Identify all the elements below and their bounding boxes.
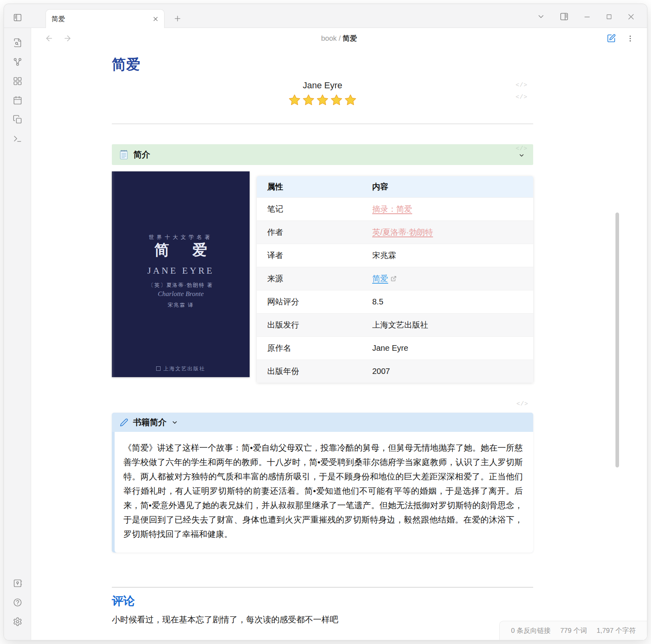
row-key: 出版发行 xyxy=(257,314,362,337)
row-value: 8.5 xyxy=(362,290,533,314)
terminal-icon[interactable] xyxy=(13,134,22,143)
table-row: 出版发行上海文艺出版社 xyxy=(257,314,533,337)
row-value: 英/夏洛蒂·勃朗特 xyxy=(362,221,533,244)
view-header: book / 简爱 xyxy=(31,28,647,49)
code-block-edit-icon[interactable]: </> xyxy=(516,82,528,89)
help-icon[interactable] xyxy=(13,598,22,607)
char-count: 1,797 个字符 xyxy=(597,626,636,635)
star-icon xyxy=(288,94,301,106)
callout-header[interactable]: 书籍简介 xyxy=(112,413,533,432)
table-row: 出版年份2007 xyxy=(257,360,533,383)
row-key: 原作名 xyxy=(257,337,362,360)
backlinks-count[interactable]: 0 条反向链接 xyxy=(511,626,550,635)
table-row: 网站评分8.5 xyxy=(257,290,533,314)
breadcrumb-folder[interactable]: book xyxy=(321,34,337,42)
canvas-grid-icon[interactable] xyxy=(13,76,22,86)
comments-heading: 评论 xyxy=(112,593,533,609)
row-value: 宋兆霖 xyxy=(362,244,533,267)
internal-link[interactable]: 摘录：简爱 xyxy=(372,205,412,213)
cover-title-cn: 简爱 xyxy=(112,240,250,260)
star-icon xyxy=(316,94,329,106)
code-block-edit-icon[interactable]: </> xyxy=(516,401,528,407)
rating-stars: </> xyxy=(112,92,533,107)
status-bar: 0 条反向链接 779 个词 1,797 个字符 xyxy=(499,621,647,640)
row-key: 笔记 xyxy=(257,198,362,221)
edit-mode-icon[interactable] xyxy=(607,34,616,43)
subtitle-row: Jane Eyre </> xyxy=(112,80,533,91)
cover-author-cn: 〔英〕夏洛蒂·勃朗特 著 xyxy=(112,282,250,289)
divider xyxy=(112,587,533,588)
templates-copy-icon[interactable] xyxy=(13,115,22,124)
collapse-chevron-icon[interactable] xyxy=(518,152,525,159)
table-row: 来源简爱 xyxy=(257,267,533,290)
window-controls xyxy=(537,12,635,21)
intro-section: 世界十大文学名著 简爱 JANE EYRE 〔英〕夏洛蒂·勃朗特 著 Charl… xyxy=(112,171,533,383)
row-key: 译者 xyxy=(257,244,362,267)
maximize-icon[interactable] xyxy=(605,13,613,20)
pencil-icon xyxy=(120,418,128,427)
star-icon xyxy=(302,94,315,106)
app-window: 简爱 xyxy=(4,4,647,640)
row-key: 网站评分 xyxy=(257,290,362,314)
divider xyxy=(112,123,533,124)
breadcrumb-separator: / xyxy=(339,34,341,42)
row-value: 摘录：简爱 xyxy=(362,198,533,221)
code-block-edit-icon[interactable]: </> xyxy=(516,94,528,101)
section-intro-label: 简介 xyxy=(133,149,150,160)
table-row: 译者宋兆霖 xyxy=(257,244,533,267)
section-header-intro[interactable]: 简介 </> xyxy=(112,144,533,165)
book-cover-image[interactable]: 世界十大文学名著 简爱 JANE EYRE 〔英〕夏洛蒂·勃朗特 著 Charl… xyxy=(112,171,250,377)
subtitle-text: Jane Eyre xyxy=(303,80,342,90)
callout-collapse-chevron-icon[interactable] xyxy=(171,419,178,426)
table-row: 原作名Jane Eyre xyxy=(257,337,533,360)
table-row: 笔记摘录：简爱 xyxy=(257,198,533,221)
book-summary-text: 《简爱》讲述了这样一个故事：简•爱自幼父母双亡，投靠冷酷的舅母，但舅母无情地抛弃… xyxy=(123,441,523,541)
code-block-edit-icon[interactable]: </> xyxy=(516,145,528,152)
internal-link[interactable]: 英/夏洛蒂·勃朗特 xyxy=(372,228,433,237)
breadcrumb-current[interactable]: 简爱 xyxy=(343,34,357,42)
book-infobox-table: 属性 内容 笔记摘录：简爱作者英/夏洛蒂·勃朗特译者宋兆霖来源简爱网站评分8.5… xyxy=(257,176,533,383)
external-link[interactable]: 简爱 xyxy=(372,274,388,283)
tab-list-chevron-icon[interactable] xyxy=(537,12,545,21)
infobox-body: 笔记摘录：简爱作者英/夏洛蒂·勃朗特译者宋兆霖来源简爱网站评分8.5出版发行上海… xyxy=(257,198,533,383)
infobox-header-value: 内容 xyxy=(362,176,533,198)
tab-bar: 简爱 xyxy=(4,4,647,28)
comment-text: 小时候看过，现在基本忘了剧情了，每次读的感受都不一样吧 xyxy=(112,614,533,625)
more-options-icon[interactable] xyxy=(626,34,634,42)
word-count: 779 个词 xyxy=(560,626,587,635)
row-value: 上海文艺出版社 xyxy=(362,314,533,337)
tab-jane-eyre[interactable]: 简爱 xyxy=(46,9,165,28)
minimize-icon[interactable] xyxy=(583,13,591,21)
left-sidebar-toggle-icon[interactable] xyxy=(13,13,22,22)
tab-close-icon[interactable] xyxy=(153,16,159,22)
file-search-icon[interactable] xyxy=(13,38,22,48)
settings-gear-icon[interactable] xyxy=(13,617,22,626)
tab-title: 简爱 xyxy=(52,14,153,24)
main-pane: book / 简爱 简爱 Jane Eyre xyxy=(31,28,647,640)
callout-body: 《简爱》讲述了这样一个故事：简•爱自幼父母双亡，投靠冷酷的舅母，但舅母无情地抛弃… xyxy=(115,432,533,553)
calendar-icon[interactable] xyxy=(13,95,22,105)
star-icon xyxy=(344,94,357,106)
external-link-icon xyxy=(388,274,397,283)
cover-title-en: JANE EYRE xyxy=(112,266,250,276)
close-window-icon[interactable] xyxy=(627,13,635,21)
row-key: 来源 xyxy=(257,267,362,290)
cover-publisher: 上海文艺出版社 xyxy=(112,365,250,372)
graph-view-icon[interactable] xyxy=(13,57,22,67)
page-title: 简爱 xyxy=(112,55,533,74)
publisher-logo xyxy=(156,366,161,371)
star-icon xyxy=(330,94,343,106)
right-sidebar-toggle-icon[interactable] xyxy=(560,12,569,21)
infobox-header-key: 属性 xyxy=(257,176,362,198)
cover-author-en: Charlotte Bronte xyxy=(112,290,250,298)
row-key: 出版年份 xyxy=(257,360,362,383)
row-value: 2007 xyxy=(362,360,533,383)
row-value: Jane Eyre xyxy=(362,337,533,360)
vault-switcher-icon[interactable] xyxy=(13,578,22,588)
note-scroll-area: 简爱 Jane Eyre </> </> 简介 xyxy=(31,49,647,640)
scrollbar-thumb[interactable] xyxy=(615,213,619,467)
row-value: 简爱 xyxy=(362,267,533,290)
breadcrumb: book / 简爱 xyxy=(31,34,647,43)
new-tab-button[interactable] xyxy=(173,14,182,23)
table-row: 作者英/夏洛蒂·勃朗特 xyxy=(257,221,533,244)
